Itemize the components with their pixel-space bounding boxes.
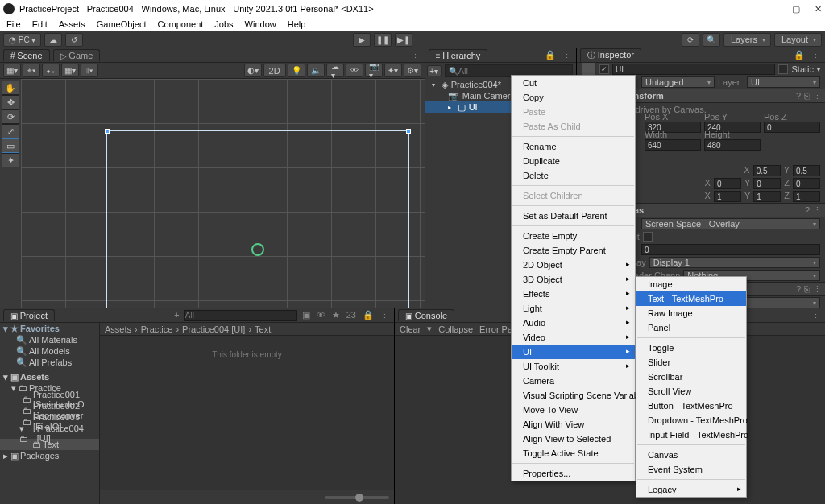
menu-jobs[interactable]: Jobs [214, 19, 233, 29]
menu-help[interactable]: Help [288, 19, 306, 29]
scale-x-field[interactable] [714, 191, 741, 202]
transform-tool-icon[interactable]: ✦ [2, 153, 19, 167]
maximize-button[interactable]: ▢ [792, 4, 800, 14]
history-button[interactable]: ↺ [65, 33, 83, 47]
fav-materials[interactable]: 🔍 All Materials [0, 334, 99, 345]
project-filter-icon[interactable]: ▣ [301, 310, 312, 321]
menu-item[interactable]: Effects [512, 287, 635, 301]
gizmo-settings-icon[interactable]: ⚙▾ [404, 64, 421, 77]
move-tool-icon[interactable]: ✥ [2, 95, 19, 109]
menu-item[interactable]: Toggle Active State [512, 446, 635, 461]
pixel-perfect-checkbox[interactable] [643, 232, 653, 242]
menu-gameobject[interactable]: GameObject [97, 19, 147, 29]
draw-mode-icon[interactable]: ◐▾ [244, 64, 262, 77]
step-button[interactable]: ▶❚ [395, 33, 412, 47]
menu-item[interactable]: Properties... [512, 466, 635, 481]
rect-tool-icon[interactable]: ▭ [2, 138, 19, 153]
lighting-icon[interactable]: 💡 [288, 64, 305, 77]
menu-window[interactable]: Window [245, 19, 276, 29]
menu-item[interactable]: 2D Object [512, 258, 635, 272]
render-mode-dropdown[interactable]: Screen Space - Overlay [641, 218, 820, 229]
menu-item[interactable]: Scroll View [636, 384, 746, 399]
tab-inspector[interactable]: ⓘ Inspector [580, 48, 641, 62]
search-button[interactable]: 🔍 [703, 33, 720, 47]
height-field[interactable] [704, 139, 761, 151]
assets-header[interactable]: ▾ ▣ Assets [0, 371, 99, 382]
gizmos-icon[interactable]: ✦▾ [384, 64, 402, 77]
menu-item[interactable]: Visual Scripting Scene Variables [512, 388, 635, 403]
menu-item[interactable]: Align View to Selected [512, 432, 635, 446]
tab-console[interactable]: ▣ Console [398, 309, 454, 321]
hierarchy-menu-icon[interactable]: ⋮ [561, 50, 573, 60]
project-menu-icon[interactable]: ⋮ [379, 310, 391, 321]
menu-item[interactable]: Copy [512, 90, 635, 105]
inspector-lock-icon[interactable]: 🔒 [792, 50, 806, 60]
preset-icon[interactable]: ⎘ [804, 91, 810, 101]
console-menu-icon[interactable]: ⋮ [810, 310, 822, 320]
project-zoom-slider[interactable] [325, 496, 389, 499]
pause-button[interactable]: ❚❚ [374, 33, 392, 47]
static-checkbox[interactable] [778, 64, 788, 74]
component-menu-icon[interactable]: ⋮ [813, 91, 822, 101]
minimize-button[interactable]: — [769, 4, 777, 14]
menu-item[interactable]: Event System [636, 462, 746, 477]
menu-item[interactable]: Camera [512, 374, 635, 388]
audio-icon[interactable]: 🔈 [307, 64, 325, 77]
project-eye-icon[interactable]: 👁 [315, 310, 327, 321]
menu-item[interactable]: Slider [636, 355, 746, 370]
fav-models[interactable]: 🔍 All Models [0, 345, 99, 357]
rot-y-field[interactable] [753, 178, 781, 189]
inspector-menu-icon[interactable]: ⋮ [810, 50, 822, 60]
menu-item[interactable]: Align With View [512, 417, 635, 432]
tool-dropdown-icon[interactable]: ▦▾ [3, 64, 21, 77]
hierarchy-lock-icon[interactable]: 🔒 [543, 50, 558, 60]
project-add-icon[interactable]: + [172, 310, 180, 321]
console-clear[interactable]: Clear [400, 324, 421, 334]
scale-z-field[interactable] [793, 191, 820, 202]
menu-item[interactable]: Move To View [512, 403, 635, 417]
menu-item[interactable]: Button - TextMeshPro [636, 399, 746, 413]
menu-item[interactable]: UI Toolkit [512, 359, 635, 374]
crumb-text[interactable]: Text [255, 324, 271, 334]
menu-item[interactable]: Raw Image [636, 306, 746, 320]
help-icon[interactable]: ? [796, 284, 801, 295]
project-lock-icon[interactable]: 🔒 [361, 310, 375, 321]
preset-icon[interactable]: ⎘ [804, 284, 810, 295]
console-collapse[interactable]: Collapse [438, 324, 473, 334]
menu-component[interactable]: Component [157, 19, 203, 29]
project-star-icon[interactable]: ★ [330, 310, 342, 321]
menu-item[interactable]: Toggle [636, 341, 746, 355]
scale-y-field[interactable] [753, 191, 781, 202]
component-menu-icon[interactable]: ⋮ [813, 284, 822, 295]
layers-dropdown[interactable]: Layers [723, 33, 771, 47]
menu-item[interactable]: 3D Object [512, 272, 635, 287]
help-icon[interactable]: ? [796, 91, 801, 101]
cloud-button[interactable]: ☁ [44, 33, 62, 47]
hand-tool-icon[interactable]: ✋ [2, 81, 19, 95]
rot-x-field[interactable] [714, 178, 741, 189]
menu-item[interactable]: Set as Default Parent [512, 209, 635, 223]
menu-assets[interactable]: Assets [59, 19, 85, 29]
help-icon[interactable]: ? [805, 205, 810, 216]
menu-item[interactable]: Dropdown - TextMeshPro [636, 413, 746, 428]
packages-header[interactable]: ▸ ▣ Packages [0, 450, 99, 461]
go-active-checkbox[interactable] [599, 64, 609, 74]
layout-dropdown[interactable]: Layout [774, 33, 822, 47]
rot-z-field[interactable] [793, 178, 820, 189]
menu-item[interactable]: Video [512, 330, 635, 345]
fx-icon[interactable]: ☁▾ [326, 64, 344, 77]
menu-item[interactable]: Delete [512, 168, 635, 183]
menu-item[interactable]: Rename [512, 139, 635, 154]
camera-gizmo-icon[interactable] [251, 243, 264, 256]
menu-item[interactable]: UI [512, 345, 635, 359]
snap-button[interactable]: ⫴▾ [81, 64, 98, 77]
crumb-practice[interactable]: Practice [141, 324, 173, 334]
sort-order-field[interactable] [641, 244, 820, 255]
menu-item[interactable]: Input Field - TextMeshPro [636, 428, 746, 442]
menu-item[interactable]: Light [512, 301, 635, 316]
menu-item[interactable]: Panel [636, 320, 746, 335]
undo-history-icon[interactable]: ⟳ [682, 33, 699, 47]
menu-item[interactable]: Create Empty [512, 229, 635, 243]
menu-item[interactable]: Cut [512, 76, 635, 90]
tab-game[interactable]: ▷ Game [53, 49, 101, 61]
